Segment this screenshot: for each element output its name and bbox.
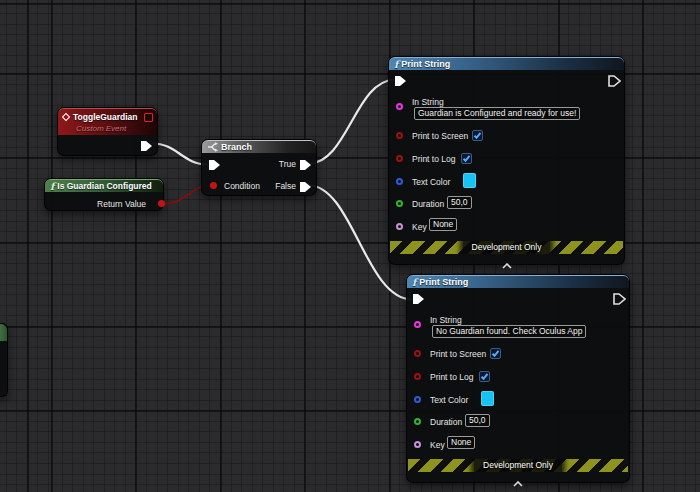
in-string-input[interactable]: Guardian is Configured and ready for use… (414, 107, 580, 120)
print-to-screen-pin[interactable] (396, 132, 403, 139)
node-subtitle: Custom Event (76, 124, 152, 133)
return-value-pin[interactable] (158, 200, 165, 207)
node-print-string-1[interactable]: f Print String In String Guardian is Con… (388, 56, 625, 265)
key-input[interactable]: None (429, 218, 457, 231)
print-to-screen-label: Print to Screen (430, 349, 486, 359)
exec-in-pin[interactable] (412, 293, 425, 305)
exec-out-pin[interactable] (613, 293, 626, 305)
wire-exec-toggle-to-branch[interactable] (152, 144, 208, 165)
condition-pin[interactable] (210, 182, 217, 189)
key-label: Key (412, 222, 427, 232)
exec-in-pin[interactable] (394, 75, 407, 87)
text-color-label: Text Color (430, 395, 468, 405)
print-to-log-checkbox[interactable] (461, 153, 472, 164)
node-toggle-guardian-event[interactable]: ToggleGuardian Custom Event (57, 107, 158, 156)
node-branch[interactable]: Branch Condition True False (201, 139, 317, 196)
toggle-guardian-header[interactable]: ToggleGuardian Custom Event (58, 108, 157, 135)
print-to-screen-pin[interactable] (414, 350, 421, 357)
branch-header[interactable]: Branch (202, 140, 316, 153)
in-string-label: In String (412, 97, 444, 107)
duration-input[interactable]: 50,0 (447, 196, 472, 209)
print-to-screen-checkbox[interactable] (472, 130, 483, 141)
true-exec-pin[interactable] (299, 159, 312, 171)
print-to-log-checkbox[interactable] (479, 371, 490, 382)
node-title: Is Guardian Configured (57, 181, 151, 191)
node-title: Branch (221, 142, 252, 152)
duration-label: Duration (412, 199, 444, 209)
node-print-string-2[interactable]: f Print String In String No Guardian fou… (406, 274, 630, 483)
delegate-pin[interactable] (144, 113, 153, 122)
false-exec-pin[interactable] (299, 181, 312, 193)
node-title: ToggleGuardian (73, 112, 138, 122)
key-input[interactable]: None (447, 436, 475, 449)
node-title: Print String (419, 277, 468, 287)
collapse-chevron[interactable] (389, 255, 624, 273)
key-label: Key (430, 440, 445, 450)
is-guardian-configured-header[interactable]: f Is Guardian Configured (45, 179, 163, 192)
text-color-swatch[interactable] (481, 391, 494, 406)
print-string-header[interactable]: f Print String (389, 57, 624, 70)
text-color-pin[interactable] (414, 396, 421, 403)
text-color-label: Text Color (412, 177, 450, 187)
condition-label: Condition (224, 181, 260, 191)
in-string-pin[interactable] (396, 103, 403, 110)
duration-input[interactable]: 50,0 (465, 414, 490, 427)
duration-pin[interactable] (414, 418, 421, 425)
in-string-pin[interactable] (414, 321, 421, 328)
print-to-screen-checkbox[interactable] (490, 348, 501, 359)
print-to-log-label: Print to Log (412, 154, 455, 164)
branch-icon (207, 142, 218, 152)
exec-out-pin[interactable] (608, 75, 621, 87)
print-to-log-label: Print to Log (430, 372, 473, 382)
return-value-label: Return Value (97, 199, 146, 209)
node-is-guardian-configured[interactable]: f Is Guardian Configured Return Value (44, 178, 164, 211)
in-string-label: In String (430, 315, 462, 325)
wire-exec-true-to-print1[interactable] (309, 80, 394, 164)
blueprint-graph[interactable]: ToggleGuardian Custom Event f Is Guardia… (0, 0, 700, 492)
development-only-banner: Development Only (390, 241, 623, 254)
function-icon: f (412, 278, 416, 287)
text-color-pin[interactable] (396, 178, 403, 185)
development-only-banner: Development Only (408, 459, 628, 472)
node-title: Print String (401, 59, 450, 69)
function-icon: f (394, 60, 398, 69)
true-label: True (279, 159, 296, 169)
false-label: False (275, 181, 296, 191)
exec-out-pin[interactable] (140, 140, 153, 152)
function-icon: f (50, 182, 54, 191)
print-to-log-pin[interactable] (396, 155, 403, 162)
print-to-screen-label: Print to Screen (412, 131, 468, 141)
key-pin[interactable] (414, 441, 421, 448)
event-diamond-icon (62, 113, 70, 121)
duration-pin[interactable] (396, 200, 403, 207)
print-to-log-pin[interactable] (414, 373, 421, 380)
offscreen-node[interactable] (0, 323, 8, 397)
text-color-swatch[interactable] (463, 173, 476, 188)
in-string-input[interactable]: No Guardian found. Check Oculus App (432, 325, 586, 338)
key-pin[interactable] (396, 223, 403, 230)
exec-in-pin[interactable] (208, 159, 221, 171)
collapse-chevron[interactable] (407, 473, 629, 491)
duration-label: Duration (430, 417, 462, 427)
print-string-header[interactable]: f Print String (407, 275, 629, 288)
